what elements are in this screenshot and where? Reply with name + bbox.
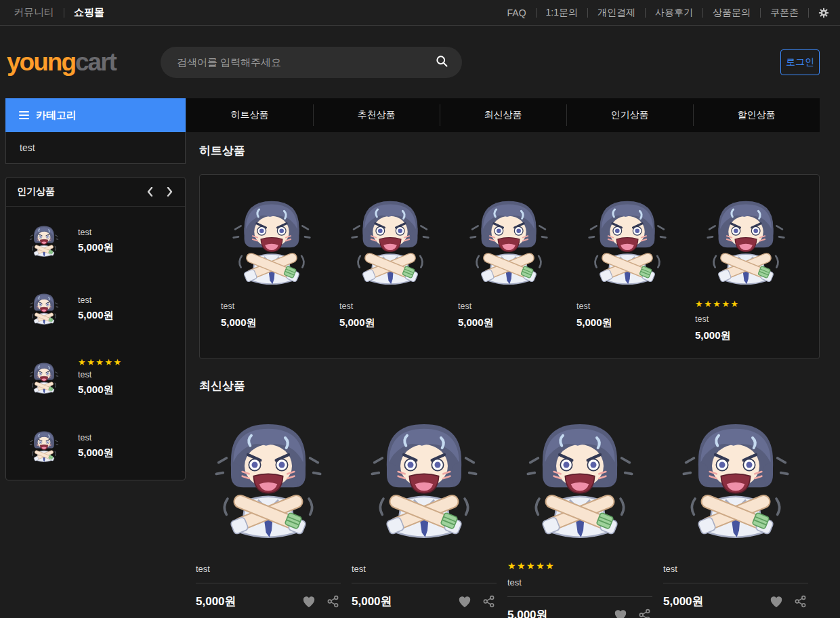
category-list: test <box>5 132 186 164</box>
reviews-link[interactable]: 사용후기 <box>655 7 693 19</box>
nav-item-new[interactable]: 최신상품 <box>440 98 566 132</box>
divider <box>808 8 809 18</box>
nav-item-discount[interactable]: 할인상품 <box>693 98 820 132</box>
hit-product-card[interactable]: test 5,000원 <box>458 191 565 358</box>
inquiry-link[interactable]: 1:1문의 <box>546 7 578 19</box>
latest-product-card[interactable]: ★★★★★ test 5,000원 <box>507 411 652 618</box>
heart-icon[interactable] <box>458 596 471 608</box>
coupon-zone-link[interactable]: 쿠폰존 <box>770 7 799 19</box>
hit-section-title: 히트상품 <box>199 143 820 159</box>
product-title: test <box>78 228 114 237</box>
popular-product-item[interactable]: ★★★★★ test 5,000원 <box>6 342 185 412</box>
gear-icon[interactable] <box>818 7 829 18</box>
divider <box>587 8 588 18</box>
product-price: 5,000원 <box>78 447 114 459</box>
heart-icon[interactable] <box>302 596 316 608</box>
main-content: 히트상품 추천상품 최신상품 인기상품 할인상품 히트상품 test 5,000… <box>186 98 820 618</box>
category-menu-header[interactable]: 카테고리 <box>5 98 186 132</box>
search-bar <box>161 47 462 78</box>
card-actions <box>458 595 497 608</box>
card-actions <box>770 595 808 608</box>
faq-link[interactable]: FAQ <box>507 7 526 18</box>
latest-product-card[interactable]: test 5,000원 히트 추천 최신 <box>663 411 808 618</box>
shop-link[interactable]: 쇼핑몰 <box>74 6 104 19</box>
product-image <box>26 290 62 327</box>
search-input[interactable] <box>175 56 434 68</box>
price-row: 5,000원 <box>196 594 341 609</box>
product-price: 5,000원 <box>339 316 446 329</box>
product-price: 5,000원 <box>663 594 704 609</box>
share-icon[interactable] <box>482 595 495 608</box>
product-image <box>356 411 492 546</box>
popular-product-item[interactable]: test 5,000원 <box>6 207 185 274</box>
card-actions <box>614 609 652 618</box>
topbar-right-links: FAQ 1:1문의 개인결제 사용후기 상품문의 쿠폰존 <box>507 7 829 19</box>
sidebar: 카테고리 test 인기상품 test <box>5 98 186 480</box>
search-icon <box>435 54 448 70</box>
popular-product-item[interactable]: test 5,000원 <box>6 412 185 480</box>
share-icon[interactable] <box>327 595 339 608</box>
divider <box>702 8 703 18</box>
product-image <box>26 428 62 464</box>
product-image <box>668 411 803 546</box>
divider <box>64 8 64 18</box>
chevron-left-icon[interactable] <box>146 186 154 198</box>
nav-item-hit[interactable]: 히트상품 <box>186 98 313 132</box>
hit-product-card[interactable]: test 5,000원 <box>339 191 446 358</box>
latest-products-row: test 5,000원 히트 추천 최신 <box>196 411 820 618</box>
login-button[interactable]: 로그인 <box>780 49 820 75</box>
product-image <box>221 191 322 291</box>
latest-section-title: 최신상품 <box>199 378 820 394</box>
product-image <box>26 222 62 259</box>
product-title: test <box>458 302 565 311</box>
top-utility-bar: 커뮤니티 쇼핑몰 FAQ 1:1문의 개인결제 사용후기 상품문의 쿠폰존 <box>0 0 840 26</box>
logo-cart: cart <box>75 48 116 76</box>
product-qna-link[interactable]: 상품문의 <box>713 7 751 19</box>
search-button[interactable] <box>434 53 450 71</box>
category-menu-label: 카테고리 <box>36 109 77 122</box>
topbar-left-links: 커뮤니티 쇼핑몰 <box>14 6 104 19</box>
product-info: test 5,000원 <box>78 295 114 322</box>
heart-icon[interactable] <box>614 609 627 618</box>
hit-products-panel: test 5,000원 test 5,000원 test 5,000원 test… <box>199 174 820 359</box>
product-price: 5,000원 <box>458 316 565 329</box>
nav-item-recommend[interactable]: 추천상품 <box>313 98 440 132</box>
product-image <box>458 191 560 291</box>
latest-product-card[interactable]: test 5,000원 히트 추천 최신 <box>196 411 341 618</box>
product-price: 5,000원 <box>221 316 328 329</box>
product-title: test <box>196 564 341 583</box>
product-price: 5,000원 <box>352 594 392 609</box>
divider <box>645 8 646 18</box>
product-info: test 5,000원 <box>78 228 114 254</box>
share-icon[interactable] <box>794 595 807 608</box>
community-link[interactable]: 커뮤니티 <box>14 6 54 19</box>
rating-stars: ★★★★★ <box>695 300 802 308</box>
price-row: 5,000원 <box>352 594 497 609</box>
product-price: 5,000원 <box>78 384 123 396</box>
hit-product-card[interactable]: test 5,000원 <box>576 191 684 358</box>
share-icon[interactable] <box>638 609 651 618</box>
category-item[interactable]: test <box>6 132 185 163</box>
nav-item-popular[interactable]: 인기상품 <box>566 98 693 132</box>
popular-products-panel: 인기상품 test 5,000원 <box>5 177 186 480</box>
popular-panel-title: 인기상품 <box>17 186 55 198</box>
personal-payment-link[interactable]: 개인결제 <box>597 7 635 19</box>
latest-product-card[interactable]: test 5,000원 히트 추천 최신 <box>352 411 497 618</box>
product-title: test <box>507 577 652 597</box>
product-title: test <box>339 302 446 311</box>
popular-product-item[interactable]: test 5,000원 <box>6 274 185 342</box>
hit-product-card[interactable]: test 5,000원 <box>221 191 328 358</box>
product-info: test 5,000원 <box>78 433 114 459</box>
heart-icon[interactable] <box>770 596 783 608</box>
product-title: test <box>78 295 114 305</box>
product-price: 5,000원 <box>695 329 802 342</box>
site-logo[interactable]: youngcart <box>7 49 116 75</box>
chevron-right-icon[interactable] <box>165 186 174 198</box>
divider <box>536 8 537 18</box>
hit-product-card[interactable]: ★★★★★ test 5,000원 <box>695 191 802 358</box>
main-nav: 히트상품 추천상품 최신상품 인기상품 할인상품 <box>186 98 820 132</box>
rating-stars: ★★★★★ <box>507 561 652 571</box>
popular-panel-header: 인기상품 <box>6 178 185 207</box>
product-image <box>339 191 441 291</box>
product-price: 5,000원 <box>507 607 548 618</box>
